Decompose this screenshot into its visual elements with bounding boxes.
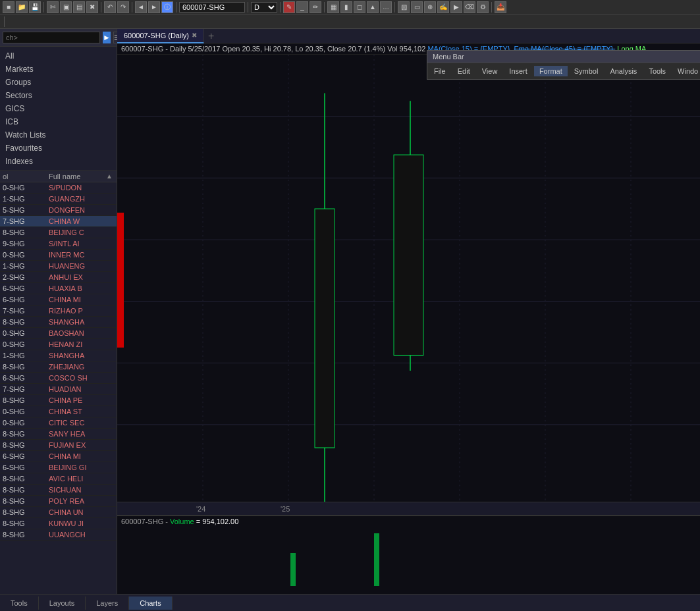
list-item[interactable]: 1-SHGHUANENG <box>0 261 117 272</box>
redo-icon[interactable]: ↷ <box>117 1 129 13</box>
chart-area: 600007-SHG (Daily) ✖ + 600007-SHG - Dail… <box>117 29 700 594</box>
list-item[interactable]: 8-SHGSHANGHA <box>0 317 117 328</box>
cursor-icon[interactable]: ▶ <box>450 1 462 13</box>
paste-icon[interactable]: ▤ <box>73 1 85 13</box>
list-item[interactable]: 5-SHGDONGFEN <box>0 205 117 216</box>
pencil-icon[interactable]: ✏ <box>310 1 321 13</box>
list-item[interactable]: 8-SHGKUNWU JI <box>0 518 117 529</box>
sidebar-item-gics[interactable]: GICS <box>0 102 117 115</box>
volume-panel: 600007-SHG - Volume = 954,102.00 <box>117 515 700 594</box>
more-icon[interactable]: … <box>380 1 392 13</box>
list-item[interactable]: 8-SHGUUANGCH <box>0 529 117 541</box>
list-item[interactable]: 6-SHGHUAXIA B <box>0 283 117 294</box>
menu-file[interactable]: File <box>429 66 451 76</box>
chart-icon[interactable]: ▦ <box>327 1 339 13</box>
list-item[interactable]: 2-SHGANHUI EX <box>0 272 117 283</box>
sidebar-go-button[interactable]: ► <box>103 32 111 43</box>
sidebar-item-groups[interactable]: Groups <box>0 76 117 89</box>
list-item[interactable]: 9-SHGS/INTL AI <box>0 238 117 250</box>
list-item[interactable]: 6-SHGCOSCO SH <box>0 373 117 384</box>
menu-insert[interactable]: Insert <box>504 66 533 76</box>
sidebar-item-watchlists[interactable]: Watch Lists <box>0 128 117 142</box>
list-item[interactable]: 8-SHGFUJIAN EX <box>0 440 117 451</box>
list-item[interactable]: 8-SHGCHINA UN <box>0 507 117 518</box>
menu-analysis[interactable]: Analysis <box>605 66 642 76</box>
candle-icon[interactable]: ▮ <box>340 1 352 13</box>
list-item[interactable]: 8-SHGBEIJING C <box>0 227 117 238</box>
copy-icon[interactable]: ▣ <box>60 1 72 13</box>
svg-rect-22 <box>374 533 379 586</box>
tab-close-button[interactable]: ✖ <box>192 32 197 39</box>
save-icon[interactable]: 💾 <box>29 1 41 13</box>
list-item[interactable]: 7-SHGRIZHAO P <box>0 306 117 317</box>
tab-label: 600007-SHG (Daily) <box>124 32 189 40</box>
list-item[interactable]: 0-SHGCHINA ST <box>0 406 117 417</box>
svg-rect-13 <box>117 213 124 348</box>
list-item[interactable]: 8-SHGCHINA PE <box>0 395 117 406</box>
list-item[interactable]: 0-SHGCITIC SEC <box>0 417 117 429</box>
close-icon[interactable]: ✖ <box>86 1 98 13</box>
bar-icon[interactable]: ◻ <box>354 1 365 13</box>
menu-symbol[interactable]: Symbol <box>569 66 604 76</box>
col-symbol-header: ol <box>3 173 49 180</box>
settings-icon[interactable]: ⚙ <box>477 1 489 13</box>
list-item[interactable]: 8-SHGSANY HEA <box>0 429 117 440</box>
indicator-icon[interactable]: ▧ <box>398 1 410 13</box>
open-icon[interactable]: 📁 <box>16 1 28 13</box>
area-icon[interactable]: ▲ <box>367 1 379 13</box>
list-item[interactable]: 8-SHGSICHUAN <box>0 485 117 496</box>
list-item[interactable]: 8-SHGZHEJIANG <box>0 361 117 373</box>
add-tab-button[interactable]: + <box>204 29 218 43</box>
sidebar-item-favourites[interactable]: Favourites <box>0 142 117 155</box>
list-item[interactable]: 6-SHGCHINA MI <box>0 294 117 306</box>
list-item[interactable]: 8-SHGAVIC HELI <box>0 473 117 485</box>
eraser-icon[interactable]: ⌫ <box>464 1 475 13</box>
list-item[interactable]: 0-SHGINNER MC <box>0 250 117 261</box>
fib-icon[interactable]: ▭ <box>411 1 423 13</box>
line-icon[interactable]: ⎯ <box>296 1 308 13</box>
list-item[interactable]: 7-SHGHUADIAN <box>0 384 117 395</box>
menu-format[interactable]: Format <box>534 66 568 76</box>
list-item[interactable]: 0-SHGS/PUDON <box>0 182 117 194</box>
list-item[interactable]: 6-SHGCHINA MI <box>0 451 117 462</box>
zoom-icon[interactable]: ⊕ <box>424 1 436 13</box>
cut-icon[interactable]: ✄ <box>47 1 59 13</box>
bottom-tab-tools[interactable]: Tools <box>0 597 39 610</box>
back-icon[interactable]: ◄ <box>135 1 147 13</box>
bottom-bar: Tools Layouts Layers Charts <box>0 594 700 611</box>
main-chart[interactable] <box>117 55 700 502</box>
export-icon[interactable]: 📥 <box>495 1 506 13</box>
list-item[interactable]: 0-SHGBAOSHAN <box>0 328 117 339</box>
sidebar-item-markets[interactable]: Markets <box>0 63 117 76</box>
undo-icon[interactable]: ↶ <box>104 1 116 13</box>
list-item[interactable]: 8-SHGPOLY REA <box>0 496 117 507</box>
info-icon[interactable]: ⓘ <box>161 1 173 13</box>
sidebar-item-indexes[interactable]: Indexes <box>0 155 117 168</box>
list-item[interactable]: 1-SHGSHANGHA <box>0 350 117 361</box>
period-select[interactable]: D W M <box>251 2 277 13</box>
menu-view[interactable]: View <box>477 66 503 76</box>
list-item[interactable]: 6-SHGBEIJING GI <box>0 462 117 473</box>
sidebar-item-icb[interactable]: ICB <box>0 115 117 128</box>
bottom-tab-layers[interactable]: Layers <box>86 597 129 610</box>
sidebar-stock-list[interactable]: 0-SHGS/PUDON 1-SHGGUANGZH 5-SHGDONGFEN 7… <box>0 182 117 594</box>
new-icon[interactable]: ■ <box>3 1 14 13</box>
bottom-tab-charts[interactable]: Charts <box>129 597 172 610</box>
draw-icon[interactable]: ✎ <box>283 1 295 13</box>
sidebar-item-sectors[interactable]: Sectors <box>0 89 117 102</box>
symbol-input[interactable] <box>179 2 245 13</box>
menu-window[interactable]: Windo <box>672 66 700 76</box>
sep10 <box>4 16 5 27</box>
sidebar-item-all[interactable]: All <box>0 49 117 63</box>
list-item[interactable]: 1-SHGGUANGZH <box>0 194 117 205</box>
x-label-25: '25 <box>281 505 290 513</box>
bottom-tab-layouts[interactable]: Layouts <box>39 597 86 610</box>
forward-icon[interactable]: ► <box>148 1 160 13</box>
list-item[interactable]: 0-SHGHENAN ZI <box>0 339 117 350</box>
menu-edit[interactable]: Edit <box>452 66 475 76</box>
menu-tools[interactable]: Tools <box>643 66 671 76</box>
list-item-selected[interactable]: 7-SHGCHINA W <box>0 216 117 227</box>
sidebar-search-input[interactable] <box>3 32 100 43</box>
hand-icon[interactable]: ✍ <box>437 1 449 13</box>
chart-tab[interactable]: 600007-SHG (Daily) ✖ <box>117 29 204 43</box>
